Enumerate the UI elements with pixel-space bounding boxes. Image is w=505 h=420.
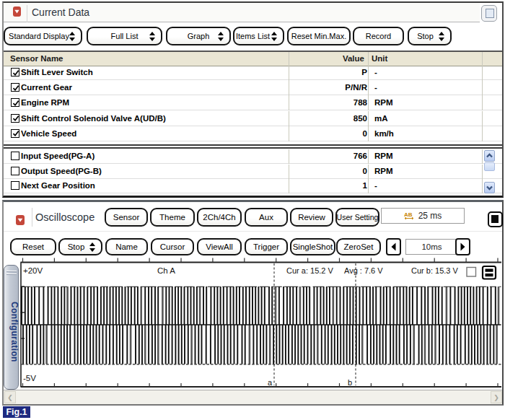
svg-text:Cur b: 15.3 V: Cur b: 15.3 V: [411, 266, 458, 275]
svg-text:Ch A: Ch A: [157, 266, 175, 275]
svg-text:Avg : 7.6 V: Avg : 7.6 V: [344, 266, 383, 275]
svg-text:-5V: -5V: [23, 374, 36, 382]
svg-text:b: b: [348, 378, 352, 387]
svg-text:AB: AB: [404, 211, 413, 218]
svg-text:Cur a: 15.2 V: Cur a: 15.2 V: [286, 266, 333, 275]
svg-text:a: a: [268, 378, 273, 387]
svg-text:+20V: +20V: [23, 266, 43, 275]
